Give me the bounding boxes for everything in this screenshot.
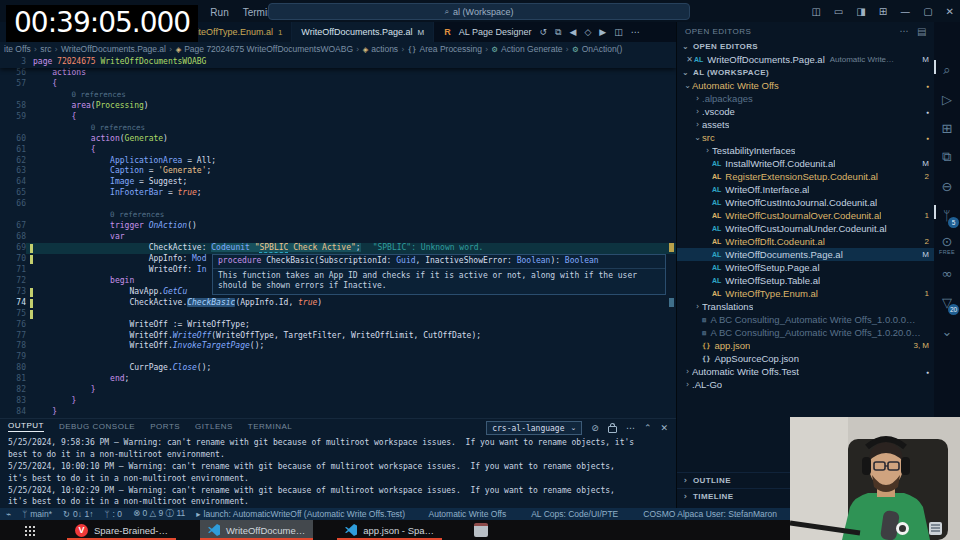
al-cops-item[interactable]: AL Cops: Code/UI/PTE — [531, 509, 618, 519]
section-header-open-editors[interactable]: ⌄OPEN EDITORS — [677, 40, 935, 53]
breadcrumb-item[interactable]: ⚙Action Generate — [491, 44, 562, 54]
tree-item-writeoffdflt-codeunit-al[interactable]: ALWriteOffDflt.Codeunit.al2 — [677, 235, 935, 248]
run-icon[interactable]: ▶ — [599, 27, 606, 38]
menu-run[interactable]: Run — [203, 7, 235, 18]
taskbar-vivaldi-window[interactable]: VSpare-Brained-… — [67, 520, 176, 540]
code-line[interactable]: 82} — [0, 385, 676, 396]
codelens-line[interactable]: 0 references — [0, 210, 676, 221]
search-icon[interactable]: ⌕ — [934, 58, 960, 82]
close-panel-icon[interactable]: ✕ — [660, 422, 668, 434]
testing-icon[interactable]: ⧉ — [934, 145, 960, 169]
panel-tab-terminal[interactable]: TERMINAL — [248, 422, 292, 432]
code-line[interactable]: 65InFooterBar = true; — [0, 188, 676, 199]
customize-layout-icon[interactable]: ⊞ — [879, 6, 887, 17]
tree-item-writeoffsetup-page-al[interactable]: ALWriteOffSetup.Page.al — [677, 261, 935, 274]
git-sync-item[interactable]: ↻0↓ 1↑ — [63, 509, 93, 519]
code-line[interactable]: 78WriteOff.InvokeTargetPage(); — [0, 341, 676, 352]
split-editor-icon[interactable]: ◫ — [614, 27, 623, 38]
code-line[interactable]: 58area(Processing) — [0, 101, 676, 112]
open-changes-icon[interactable]: ⧉ — [555, 27, 561, 38]
code-line[interactable]: 3page 72024675 WriteOffDocumentsWOABG — [0, 56, 676, 68]
code-line[interactable]: 77WriteOff.WriteOff(WriteOffType, Target… — [0, 331, 676, 342]
code-editor[interactable]: 56actions57{0 references58area(Processin… — [0, 56, 676, 418]
code-line[interactable]: 64Image = Suggest; — [0, 177, 676, 188]
test-runner-icon[interactable]: ▽20 — [934, 290, 960, 314]
breadcrumb-item[interactable]: ◈Page 72024675 WriteOffDocumentsWOABG — [175, 44, 353, 54]
alpaca-user-item[interactable]: COSMO Alpaca User: StefanMaron — [643, 509, 777, 519]
tree-item-a-bc-consulting-automatic-write-offs-1-0-20-0-[interactable]: ⧈A BC Consulting_Automatic Write Offs_1.… — [677, 326, 935, 339]
al-object-designer-icon[interactable]: R — [444, 27, 451, 37]
pull-requests-item[interactable]: ᛘ: 0 — [104, 509, 122, 519]
al-page-designer-button[interactable]: AL Page Designer — [459, 27, 532, 37]
chat-icon[interactable]: ⊖ — [934, 174, 960, 198]
panel-tab-gitlens[interactable]: GITLENS — [195, 422, 233, 432]
maximize-panel-icon[interactable]: ⌃ — [644, 422, 652, 434]
tree-item-assets[interactable]: ›assets — [677, 118, 935, 131]
breadcrumb-item[interactable]: src — [40, 44, 51, 54]
more-actions-icon[interactable]: ⋯ — [631, 27, 640, 38]
tree-item-appsourcecop-json[interactable]: {}AppSourceCop.json — [677, 352, 935, 365]
tray-icon-2[interactable] — [929, 522, 942, 535]
clear-output-icon[interactable]: ⊘ — [591, 422, 599, 434]
tree-item-a-bc-consulting-automatic-write-offs-1-0-0-0-[interactable]: ⧈A BC Consulting_Automatic Write Offs_1.… — [677, 313, 935, 326]
code-line[interactable]: 81end; — [0, 374, 676, 385]
taskbar-vscode-window-2[interactable]: app.json - Spa… — [337, 520, 442, 540]
remote-indicator[interactable]: ⌁ — [6, 509, 11, 519]
breadcrumb-item[interactable]: ite Offs — [4, 44, 31, 54]
code-line[interactable]: 67trigger OnAction() — [0, 221, 676, 232]
code-line[interactable]: 61{ — [0, 145, 676, 156]
toggle-panel-icon[interactable]: ▭ — [834, 6, 843, 17]
sticky-scroll-line[interactable]: 3page 72024675 WriteOffDocumentsWOABG — [0, 56, 676, 68]
tree-item-automatic-write-offs[interactable]: ⌄Automatic Write Offs● — [677, 79, 935, 92]
breadcrumb-item[interactable]: WriteOffDocuments.Page.al — [61, 44, 166, 54]
code-line[interactable]: 57{ — [0, 79, 676, 90]
tree-item-writeoffcustjournalunder-codeunit-al[interactable]: ALWriteOffCustJournalUnder.Codeunit.al — [677, 222, 935, 235]
code-line[interactable]: 62ApplicationArea = All; — [0, 156, 676, 167]
problems-item[interactable]: ⊗ 0 △ 9 ⓘ 11 — [133, 508, 185, 520]
codelens-line[interactable]: 0 references — [0, 123, 676, 134]
tray-icon-1[interactable] — [896, 522, 909, 535]
launch-config-item[interactable]: ▸launch: AutomaticWriteOff (Automatic Wr… — [196, 509, 405, 519]
tree-item-app-json[interactable]: {}app.json3, M — [677, 339, 935, 352]
code-line[interactable]: 83} — [0, 396, 676, 407]
tree-item--alpackages[interactable]: ›.alpackages — [677, 92, 935, 105]
tree-item-writeoff-interface-al[interactable]: ALWriteOff.Interface.al — [677, 183, 935, 196]
tree-item-writeoffsetup-table-al[interactable]: ALWriteOffSetup.Table.al — [677, 274, 935, 287]
toggle-secondary-sidebar-icon[interactable]: ◨ — [856, 6, 865, 17]
code-line[interactable]: 69CheckActive: Codeunit "SPBLIC Check Ac… — [0, 243, 676, 254]
overview-ruler[interactable] — [664, 56, 676, 418]
tree-item-installwriteoff-codeunit-al[interactable]: ALInstallWriteOff.Codeunit.alM — [677, 157, 935, 170]
project-item[interactable]: Automatic Write Offs — [429, 509, 507, 519]
code-line[interactable]: 63Caption = 'Generate'; — [0, 166, 676, 177]
breadcrumb-item[interactable]: ◈actions — [362, 44, 398, 54]
command-center-search[interactable]: ⌕ al (Workspace) — [268, 3, 690, 20]
tree-item-testabilityinterfaces[interactable]: ›TestabilityInterfaces — [677, 144, 935, 157]
source-control-graph-icon[interactable]: ᛘ5 — [934, 203, 960, 227]
panel-tab-debug-console[interactable]: DEBUG CONSOLE — [59, 422, 135, 432]
tree-item-translations[interactable]: ›Translations — [677, 300, 935, 313]
cosmo-free-icon[interactable]: ⊙FREE — [934, 232, 960, 256]
extensions-icon[interactable]: ⊞ — [934, 116, 960, 140]
code-line[interactable]: 74CheckActive.CheckBasic(AppInfo.Id, tru… — [0, 298, 676, 309]
tree-item-writeoffdocuments-page-al[interactable]: ALWriteOffDocuments.Page.alM — [677, 248, 935, 261]
previous-change-icon[interactable]: ◀ — [569, 27, 576, 38]
section-header-al-workspace-[interactable]: ⌄AL (WORKSPACE) — [677, 66, 935, 79]
more-views-icon[interactable]: ⌄ — [934, 319, 960, 343]
code-line[interactable]: 60action(Generate) — [0, 134, 676, 145]
code-line[interactable]: 79 — [0, 352, 676, 363]
code-line[interactable]: 76WriteOff := WriteOffType; — [0, 320, 676, 331]
breadcrumb-item[interactable]: ⚙OnAction() — [572, 44, 622, 54]
panel-tab-ports[interactable]: PORTS — [150, 422, 180, 432]
book-icon[interactable]: ▤ — [917, 26, 927, 37]
code-line[interactable]: 66 — [0, 199, 676, 210]
git-branch-item[interactable]: ᛘmain* — [22, 509, 52, 519]
app-launcher-button[interactable] — [16, 520, 43, 540]
code-line[interactable]: 75 — [0, 309, 676, 320]
tree-item--al-go[interactable]: ›.AL-Go — [677, 378, 935, 391]
more-actions-icon[interactable]: ⋯ — [626, 422, 635, 434]
code-line[interactable]: 80CurrPage.Close(); — [0, 363, 676, 374]
code-line[interactable]: 84} — [0, 407, 676, 418]
tree-item-automatic-write-offs-test[interactable]: ›Automatic Write Offs.Test● — [677, 365, 935, 378]
run-debug-icon[interactable]: ▷ — [934, 87, 960, 111]
open-editor-item[interactable]: ✕ALWriteOffDocuments.Page.alAutomatic Wr… — [677, 53, 935, 66]
